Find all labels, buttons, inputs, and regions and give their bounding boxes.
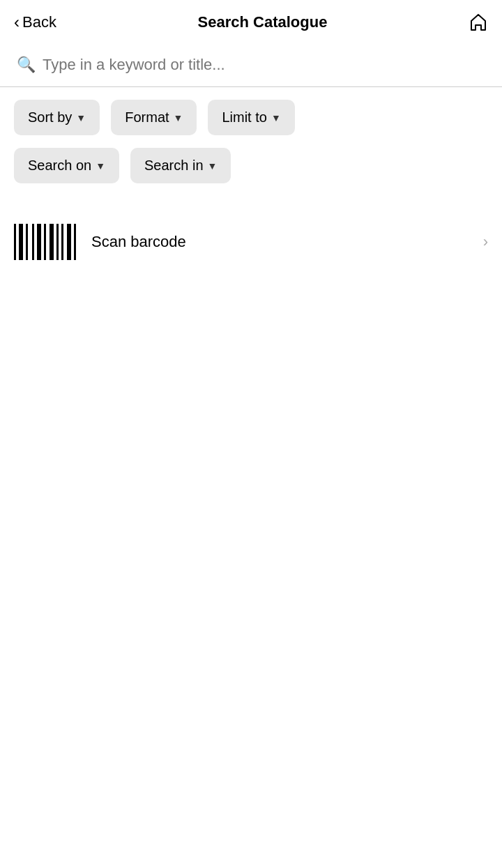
search-input[interactable] [43,56,485,74]
format-button[interactable]: Format ▼ [111,100,197,135]
header: ‹ Back Search Catalogue [0,0,502,43]
search-in-label: Search in [144,158,204,174]
format-chevron-icon: ▼ [174,112,183,123]
sort-by-button[interactable]: Sort by ▼ [14,100,100,135]
scan-left: Scan barcode [14,224,186,260]
search-in-chevron-icon: ▼ [208,160,218,172]
search-in-button[interactable]: Search in ▼ [130,148,231,183]
scan-barcode-label: Scan barcode [91,233,186,251]
page-title: Search Catalogue [56,13,469,31]
search-bar-container: 🔍 [0,43,502,87]
search-on-label: Search on [28,158,91,174]
search-icon: 🔍 [17,56,36,74]
search-on-chevron-icon: ▼ [96,160,105,172]
scan-barcode-row[interactable]: Scan barcode › [14,217,488,267]
home-button[interactable] [469,13,488,32]
limit-to-button[interactable]: Limit to ▼ [208,100,294,135]
limit-to-label: Limit to [222,109,266,125]
back-chevron-icon: ‹ [14,14,20,31]
sort-by-chevron-icon: ▼ [76,112,86,123]
filter-row-2: Search on ▼ Search in ▼ [0,142,502,196]
search-bar: 🔍 [14,49,488,81]
limit-to-chevron-icon: ▼ [271,112,281,123]
sort-by-label: Sort by [28,109,72,125]
barcode-icon [14,224,76,260]
filter-row-1: Sort by ▼ Format ▼ Limit to ▼ [0,87,502,142]
format-label: Format [125,109,169,125]
chevron-right-icon: › [483,233,488,251]
search-on-button[interactable]: Search on ▼ [14,148,119,183]
back-label: Back [22,13,56,31]
back-button[interactable]: ‹ Back [14,13,56,31]
home-icon [469,13,488,32]
